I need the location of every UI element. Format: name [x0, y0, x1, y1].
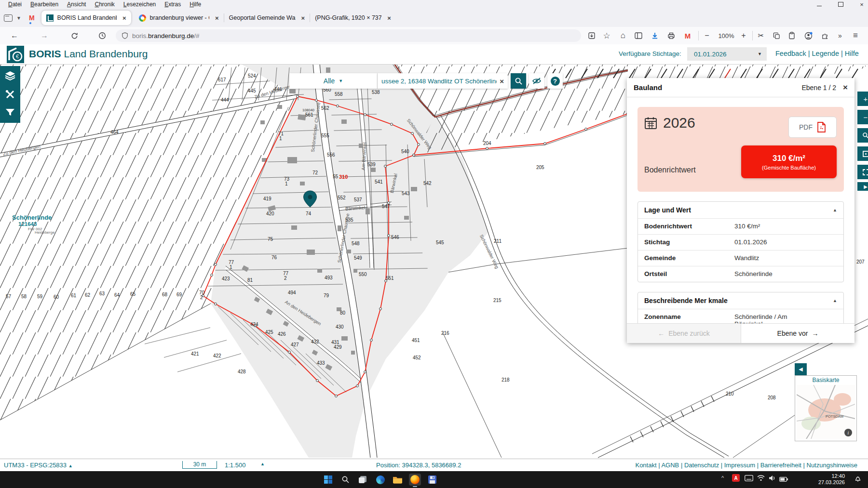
zoom-out-map-button[interactable]: − — [857, 110, 868, 124]
question-mark-icon: ? — [551, 77, 560, 86]
tab-geoportal[interactable]: Geoportal Gemeinde Wandlitz × — [224, 11, 310, 25]
edge-browser-icon[interactable] — [374, 474, 386, 486]
year-row: 2026 — [644, 115, 695, 131]
triangle-up-icon[interactable]: ▲ — [260, 462, 265, 466]
firefox-icon[interactable] — [409, 474, 421, 486]
window-minimize-button[interactable] — [816, 1, 823, 8]
tab-close-icon[interactable]: × — [301, 14, 305, 22]
minimap-widget[interactable]: Basiskarte POTSDAM i — [795, 375, 857, 441]
app-title: BORISLand Brandenburg — [29, 48, 148, 60]
layers-icon[interactable] — [5, 71, 15, 82]
zoom-in-icon[interactable]: + — [738, 30, 749, 41]
zoom-out-icon[interactable]: − — [701, 30, 713, 41]
footer-links[interactable]: Kontakt | AGNB | Datenschutz | Impressum… — [635, 462, 857, 469]
filter-icon[interactable] — [5, 108, 15, 118]
minimap-canvas: POTSDAM i — [797, 385, 855, 439]
url-bar[interactable]: boris.brandenburg.de/# — [116, 29, 581, 42]
tray-expand-icon[interactable]: ^ — [721, 475, 724, 481]
fullscreen-button[interactable] — [857, 165, 868, 179]
tab-list-chevron-icon[interactable]: ▼ — [16, 15, 21, 21]
search-submit-button[interactable] — [511, 73, 526, 89]
gmail-extension-icon[interactable]: M — [682, 30, 693, 41]
task-view-icon[interactable] — [357, 474, 369, 486]
header-links[interactable]: Feedback | Legende | Hilfe — [775, 50, 859, 57]
menu-hilfe[interactable]: Hilfe — [185, 1, 205, 8]
search-input[interactable]: ussee 2, 16348 Wandlitz OT Schönerlinde … — [378, 73, 508, 89]
panel-footer: ←Ebene zurück Ebene vor→ — [627, 323, 854, 343]
minimap-collapse-button[interactable]: ◀ — [795, 363, 807, 375]
extension-puzzle-icon[interactable] — [819, 30, 830, 41]
zoom-in-map-button[interactable]: + — [857, 92, 868, 106]
pinned-gmail-tab[interactable]: M — [29, 14, 35, 22]
tab-png-grafik[interactable]: (PNG-Grafik, 1920 × 737 Pixel) × — [310, 11, 396, 25]
map-search-bar: Alle ▼ ussee 2, 16348 Wandlitz OT Schöne… — [289, 73, 563, 89]
overflow-chevron-icon[interactable]: » — [834, 30, 846, 41]
antivirus-icon[interactable]: A — [732, 474, 740, 482]
ebene-zurueck-button[interactable]: ←Ebene zurück — [627, 324, 741, 343]
help-button[interactable]: ? — [547, 73, 563, 89]
tab-google-search[interactable]: brandenburg viewer - Google S × — [134, 11, 224, 25]
firefox-view-icon[interactable] — [4, 14, 13, 22]
sidebar-toggle-icon[interactable] — [633, 30, 644, 41]
history-clock-icon[interactable] — [96, 30, 108, 41]
keyboard-icon[interactable] — [745, 475, 753, 483]
notification-icon[interactable] — [854, 475, 861, 484]
collapse-triangle-icon: ▲ — [833, 208, 837, 212]
window-close-button[interactable]: × — [858, 1, 865, 8]
copy-icon[interactable] — [771, 30, 782, 41]
tools-icon[interactable] — [5, 89, 15, 102]
menu-lesezeichen[interactable]: Lesezeichen — [119, 1, 160, 8]
menu-extras[interactable]: Extras — [160, 1, 185, 8]
reload-icon[interactable] — [68, 30, 80, 41]
account-icon[interactable] — [802, 30, 814, 41]
zoom-extent-button[interactable] — [857, 146, 868, 161]
save-page-icon[interactable] — [586, 30, 597, 41]
search-query-text: ussee 2, 16348 Wandlitz OT Schönerlinde — [381, 78, 497, 85]
zoom-level[interactable]: 100% — [716, 30, 737, 41]
menu-chronik[interactable]: Chronik — [90, 1, 119, 8]
value-badge: 310 €/m² (Gemischte Baufläche) — [741, 145, 837, 178]
taskbar-search-icon[interactable] — [339, 474, 352, 486]
window-maximize-button[interactable] — [837, 1, 844, 8]
wifi-icon[interactable] — [757, 475, 765, 483]
forward-icon[interactable]: → — [39, 30, 50, 41]
clipboard-icon[interactable] — [786, 30, 798, 41]
back-icon[interactable]: ← — [9, 30, 20, 41]
volume-icon[interactable] — [769, 475, 776, 483]
menu-bearbeiten[interactable]: Bearbeiten — [26, 1, 63, 8]
search-icon — [515, 77, 523, 85]
pdf-download-button[interactable]: PDF — [788, 117, 837, 138]
tab-close-icon[interactable]: × — [387, 14, 391, 22]
scissors-icon[interactable]: ✂ — [755, 30, 767, 41]
close-icon[interactable]: × — [843, 83, 848, 92]
zoom-search-button[interactable] — [857, 128, 868, 143]
home-icon[interactable]: ⌂ — [617, 30, 629, 41]
section-header[interactable]: Beschreibende Mer kmale▲ — [638, 292, 843, 309]
menu-datei[interactable]: Datei — [4, 1, 26, 8]
taskbar-clock[interactable]: 12:40 27.03.2026 — [818, 473, 845, 486]
crs-selector[interactable]: UTM33 - EPSG:25833 ▲ — [4, 462, 73, 469]
stichtag-dropdown[interactable]: 01.01.2026 ▼ — [687, 47, 767, 61]
ebene-vor-button[interactable]: Ebene vor→ — [741, 324, 854, 343]
battery-icon[interactable] — [779, 475, 788, 484]
windows-start-icon[interactable] — [322, 474, 334, 486]
bookmark-star-icon[interactable]: ☆ — [601, 30, 612, 41]
file-explorer-icon[interactable] — [392, 474, 404, 486]
scale-selector[interactable]: 1:1.500 — [225, 462, 245, 469]
info-icon[interactable]: i — [844, 429, 852, 436]
floppy-app-icon[interactable] — [426, 474, 438, 486]
tab-close-icon[interactable]: × — [122, 14, 126, 22]
search-category-dropdown[interactable]: Alle ▼ — [289, 73, 378, 89]
printer-icon[interactable] — [665, 30, 677, 41]
section-header[interactable]: Lage und Wert▲ — [638, 202, 843, 218]
menu-ansicht[interactable]: Ansicht — [63, 1, 90, 8]
tab-close-icon[interactable]: × — [215, 14, 219, 22]
toggle-visibility-button[interactable] — [529, 73, 544, 89]
clear-search-icon[interactable]: × — [500, 77, 504, 85]
table-row: ZonennameSchönerlinde / Am Bärwinkel — [638, 309, 843, 324]
tab-boris[interactable]: BORIS Land Brandenburg × — [41, 11, 131, 25]
panel-body: 2026 PDF Bodenrichtwert 310 €/m² (Gemisc… — [627, 97, 854, 324]
panel-toggle-button[interactable]: ▶ — [857, 182, 868, 191]
download-icon[interactable] — [649, 30, 661, 41]
hamburger-menu-icon[interactable]: ≡ — [850, 30, 861, 41]
